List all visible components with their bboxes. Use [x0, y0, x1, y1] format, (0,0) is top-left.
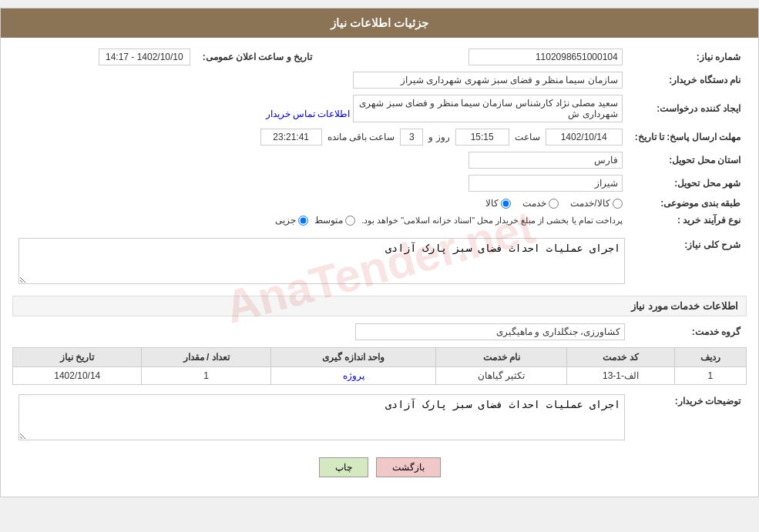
announce-date: 1402/10/10 - 14:17 — [99, 49, 190, 65]
process-note: پرداخت تمام یا بخشی از مبلغ خریدار محل "… — [361, 216, 623, 226]
need-desc-value: اجرای عملیات احداث فضای سبز پارک آزادی — [12, 235, 631, 289]
cell-service-code: الف-1-13 — [567, 367, 674, 385]
service-group-table: گروه خدمت: کشاورزی، جنگلداری و ماهیگیری — [12, 320, 747, 343]
button-row: بازگشت چاپ — [12, 446, 747, 489]
need-number-input: 1102098651000104 — [468, 49, 623, 65]
category-khidmat[interactable]: خدمت — [522, 198, 559, 209]
cell-service-name: تکثیر گیاهان — [436, 367, 567, 385]
response-remaining: 23:21:41 — [260, 129, 322, 146]
response-remaining-label: ساعت باقی مانده — [327, 132, 395, 142]
main-content: AnaTender.net شماره نیاز: 11020986510001… — [1, 38, 758, 497]
table-row: 1 الف-1-13 تکثیر گیاهان پروژه 1 1402/10/… — [13, 367, 747, 385]
process-jozei-label: جزیی — [275, 215, 296, 226]
category-radio-khidmat[interactable] — [549, 199, 559, 209]
process-label: نوع فرآیند خرید : — [629, 212, 747, 229]
city-input: شیراز — [468, 175, 623, 192]
buyer-desc-value: اجرای عملیات احداث فضای سبز پارک آزادی — [12, 391, 631, 446]
buyer-value: سازمان سیما منظر و فضای سبز شهری شهرداری… — [12, 69, 629, 92]
col-quantity: تعداد / مقدار — [142, 348, 270, 367]
page-title: جزئیات اطلاعات نیاز — [1, 8, 758, 38]
col-row-num: ردیف — [674, 348, 746, 367]
col-service-code: کد خدمت — [567, 348, 674, 367]
buyer-desc-textarea[interactable]: اجرای عملیات احداث فضای سبز پارک آزادی — [18, 394, 625, 440]
services-table: ردیف کد خدمت نام خدمت واحد اندازه گیری ت… — [12, 347, 747, 385]
buyer-input: سازمان سیما منظر و فضای سبز شهری شهرداری… — [353, 72, 623, 89]
buyer-desc-label: توضیحات خریدار: — [631, 391, 747, 446]
print-button[interactable]: چاپ — [319, 457, 368, 477]
buyer-desc-table: توضیحات خریدار: اجرای عملیات احداث فضای … — [12, 391, 747, 446]
creator-label: ایجاد کننده درخواست: — [629, 92, 747, 125]
category-radio-kala[interactable] — [501, 199, 511, 209]
cell-row-num: 1 — [674, 367, 746, 385]
response-date: 1402/10/14 — [546, 129, 623, 146]
category-kala-label: کالا — [485, 198, 499, 209]
response-time: 15:15 — [455, 129, 509, 146]
col-unit: واحد اندازه گیری — [270, 348, 435, 367]
process-mutavasit-label: متوسط — [314, 215, 343, 226]
service-group-value: کشاورزی، جنگلداری و ماهیگیری — [12, 320, 631, 343]
process-radio-jozei[interactable] — [298, 216, 308, 226]
category-value: کالا/خدمت خدمت کالا — [12, 195, 629, 212]
category-kala-khidmat-label: کالا/خدمت — [570, 198, 610, 209]
info-table: شماره نیاز: 1102098651000104 تاریخ و ساع… — [12, 45, 747, 229]
col-date: تاریخ نیاز — [13, 348, 142, 367]
need-desc-table: شرح کلی نیاز: اجرای عملیات احداث فضای سب… — [12, 235, 747, 289]
response-time-label: ساعت — [515, 132, 540, 142]
category-radio-kala-khidmat[interactable] — [613, 199, 623, 209]
creator-value: سعید مصلی نژاد کارشناس سازمان سیما منظر … — [12, 92, 629, 125]
page-wrapper: جزئیات اطلاعات نیاز AnaTender.net شماره … — [0, 8, 759, 497]
cell-date: 1402/10/14 — [13, 367, 142, 385]
process-mutavasit[interactable]: متوسط — [314, 215, 355, 226]
province-value: فارس — [12, 149, 629, 172]
announce-value: 1402/10/10 - 14:17 — [12, 45, 196, 69]
service-group-input: کشاورزی، جنگلداری و ماهیگیری — [355, 323, 625, 340]
category-khidmat-label: خدمت — [522, 198, 546, 209]
response-row: 1402/10/14 ساعت 15:15 روز و 3 ساعت باقی … — [12, 125, 629, 149]
need-desc-label: شرح کلی نیاز: — [631, 235, 747, 289]
creator-input: سعید مصلی نژاد کارشناس سازمان سیما منظر … — [353, 95, 623, 122]
category-kala[interactable]: کالا — [485, 198, 511, 209]
need-number-value: 1102098651000104 — [334, 45, 629, 69]
process-jozei[interactable]: جزیی — [275, 215, 308, 226]
response-day: 3 — [400, 129, 423, 146]
buyer-label: نام دستگاه خریدار: — [629, 69, 747, 92]
need-desc-textarea[interactable]: اجرای عملیات احداث فضای سبز پارک آزادی — [18, 238, 625, 284]
contact-link[interactable]: اطلاعات تماس خریدار — [266, 109, 351, 119]
city-label: شهر محل تحویل: — [629, 172, 747, 195]
need-number-label: شماره نیاز: — [629, 45, 747, 69]
province-input: فارس — [468, 152, 623, 169]
col-service-name: نام خدمت — [436, 348, 567, 367]
city-value: شیراز — [12, 172, 629, 195]
category-label: طبقه بندی موضوعی: — [629, 195, 747, 212]
response-day-label: روز و — [428, 132, 449, 142]
services-section-title: اطلاعات خدمات مورد نیاز — [12, 296, 747, 316]
cell-unit: پروژه — [270, 367, 435, 385]
province-label: استان محل تحویل: — [629, 149, 747, 172]
category-kala-khidmat[interactable]: کالا/خدمت — [570, 198, 622, 209]
cell-quantity: 1 — [142, 367, 270, 385]
back-button[interactable]: بازگشت — [376, 457, 441, 477]
announce-label: تاریخ و ساعت اعلان عمومی: — [196, 45, 318, 69]
process-radio-mutavasit[interactable] — [345, 216, 355, 226]
service-group-label: گروه خدمت: — [631, 320, 747, 343]
process-value: پرداخت تمام یا بخشی از مبلغ خریدار محل "… — [12, 212, 629, 229]
response-label: مهلت ارسال پاسخ: تا تاریخ: — [629, 125, 747, 149]
